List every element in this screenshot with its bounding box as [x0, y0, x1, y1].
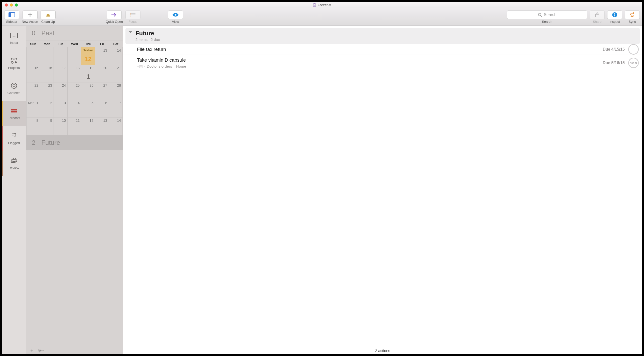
- day-number: 27: [97, 83, 107, 87]
- forecast-past-row[interactable]: 0 Past: [26, 26, 123, 41]
- weekday-sat: Sat: [109, 42, 123, 46]
- calendar-day-cell[interactable]: [68, 47, 81, 65]
- calendar-day-cell[interactable]: 18: [68, 65, 81, 82]
- calendar-day-cell[interactable]: 22: [26, 82, 40, 100]
- sidebar-toggle-button[interactable]: [4, 11, 19, 19]
- inspect-button[interactable]: [607, 11, 622, 19]
- calendar-day-cell[interactable]: 20: [95, 65, 109, 82]
- task-row[interactable]: Take vitamin D capsule +▤ · Doctor's ord…: [123, 55, 642, 71]
- calendar-day-cell[interactable]: 24: [54, 82, 68, 100]
- svg-rect-25: [11, 111, 13, 112]
- sync-button[interactable]: [625, 11, 640, 19]
- calendar-day-cell[interactable]: 191: [81, 65, 95, 82]
- perspective-label: Projects: [8, 66, 20, 70]
- day-number: 3: [55, 101, 66, 105]
- search-field[interactable]: Search: [507, 11, 587, 19]
- day-number: 13: [97, 48, 107, 52]
- calendar-day-cell[interactable]: 15: [26, 65, 40, 82]
- day-number: 28: [110, 83, 121, 87]
- note-indicator-icon: +▤: [137, 64, 143, 68]
- task-context: Home: [176, 64, 186, 68]
- calendar-day-cell[interactable]: 16: [40, 65, 54, 82]
- calendar-day-cell[interactable]: 14: [109, 117, 123, 135]
- calendar-day-cell[interactable]: 7: [109, 100, 123, 117]
- calendar-day-cell[interactable]: [40, 47, 54, 65]
- perspective-forecast[interactable]: Forecast: [2, 101, 26, 126]
- svg-rect-5: [130, 15, 135, 15]
- perspective-inbox[interactable]: Inbox: [2, 26, 26, 51]
- new-action-button[interactable]: [23, 11, 38, 19]
- sync-label: Sync: [629, 20, 636, 24]
- calendar-day-cell[interactable]: 23: [40, 82, 54, 100]
- svg-point-16: [11, 58, 13, 60]
- sidebar-toggle-label: Sidebar: [6, 20, 18, 24]
- selection-marker: [2, 101, 3, 126]
- action-count: 2 actions: [375, 348, 390, 353]
- task-section-header[interactable]: Future 2 items · 2 due: [125, 28, 640, 44]
- perspective-review[interactable]: Review: [2, 151, 26, 176]
- perspective-projects[interactable]: Projects: [2, 51, 26, 76]
- calendar-grid: Today12131415161718191202122232425262728…: [26, 47, 123, 135]
- quick-open-button[interactable]: [107, 11, 122, 19]
- calendar-day-cell[interactable]: Today12: [81, 47, 95, 65]
- calendar-day-cell[interactable]: 26: [81, 82, 95, 100]
- calendar-day-cell[interactable]: 13: [95, 47, 109, 65]
- gear-menu[interactable]: [38, 349, 44, 353]
- calendar-day-cell[interactable]: 21: [109, 65, 123, 82]
- calendar-day-cell[interactable]: 25: [68, 82, 81, 100]
- day-number: 17: [55, 66, 66, 70]
- task-status-repeat[interactable]: ooo: [628, 58, 639, 68]
- titlebar: Forecast: [2, 2, 642, 8]
- task-row[interactable]: File tax return Due 4/15/15: [123, 44, 642, 55]
- future-label: Future: [41, 139, 60, 147]
- calendar-day-cell[interactable]: 12: [81, 117, 95, 135]
- calendar-day-cell[interactable]: 17: [54, 65, 68, 82]
- calendar-day-cell[interactable]: 9: [40, 117, 54, 135]
- task-project: Doctor's orders: [147, 64, 172, 68]
- calendar-day-cell[interactable]: 11: [68, 117, 81, 135]
- add-button[interactable]: ＋: [29, 347, 34, 354]
- task-meta: +▤ · Doctor's orders · Home: [137, 64, 638, 68]
- calendar-day-cell[interactable]: 2: [40, 100, 54, 117]
- calendar-day-cell[interactable]: 14: [109, 47, 123, 65]
- view-button[interactable]: [168, 11, 183, 19]
- app-title-icon: [313, 3, 316, 7]
- calendar-day-cell[interactable]: [26, 47, 40, 65]
- perspective-label: Forecast: [8, 116, 20, 120]
- day-number: 20: [97, 66, 107, 70]
- day-number: 15: [28, 66, 38, 70]
- forecast-future-row[interactable]: 2 Future: [26, 135, 123, 150]
- svg-rect-7: [130, 13, 131, 14]
- day-number: 11: [69, 118, 80, 123]
- calendar-day-cell[interactable]: 13: [95, 117, 109, 135]
- task-list-footer: 2 actions: [123, 347, 642, 354]
- calendar-day-cell[interactable]: 28: [109, 82, 123, 100]
- perspective-flagged[interactable]: Flagged: [2, 126, 26, 151]
- day-number: 10: [55, 118, 66, 123]
- calendar-day-cell[interactable]: 4: [68, 100, 81, 117]
- svg-rect-24: [15, 109, 17, 110]
- task-status-circle[interactable]: [628, 44, 639, 55]
- calendar-day-cell[interactable]: 10: [54, 117, 68, 135]
- perspective-contexts[interactable]: Contexts: [2, 76, 26, 101]
- clean-up-button[interactable]: [41, 11, 56, 19]
- perspective-label: Review: [9, 166, 19, 170]
- day-number: 2: [42, 101, 52, 105]
- search-label: Search: [542, 20, 552, 24]
- calendar-day-cell[interactable]: 27: [95, 82, 109, 100]
- calendar-day-cell[interactable]: 5: [81, 100, 95, 117]
- calendar-day-cell[interactable]: [54, 47, 68, 65]
- share-button[interactable]: [590, 11, 605, 19]
- focus-button[interactable]: [125, 11, 140, 19]
- calendar-day-cell[interactable]: 6: [95, 100, 109, 117]
- task-title: Take vitamin D capsule: [137, 57, 638, 63]
- day-number: 26: [83, 83, 93, 87]
- day-number: 21: [110, 66, 121, 70]
- day-number: 6: [97, 101, 107, 105]
- disclosure-triangle-icon[interactable]: [129, 31, 132, 33]
- day-task-count: 1: [81, 73, 95, 80]
- calendar-day-cell[interactable]: Mar1: [26, 100, 40, 117]
- calendar-day-cell[interactable]: 8: [26, 117, 40, 135]
- calendar-day-cell[interactable]: 3: [54, 100, 68, 117]
- day-number: 12: [83, 118, 93, 123]
